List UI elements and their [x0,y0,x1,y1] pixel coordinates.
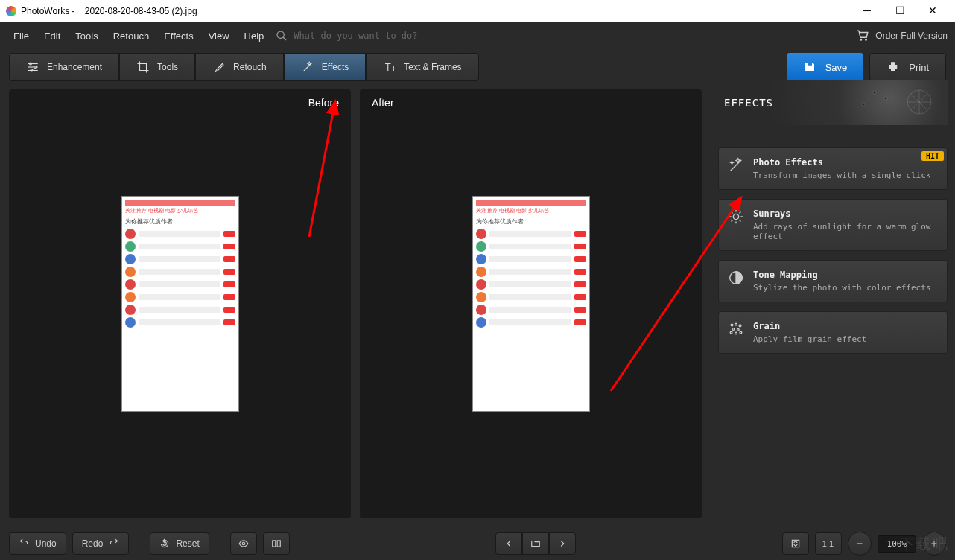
actual-size-button[interactable]: 1:1 [815,532,842,555]
undo-button[interactable]: Undo [9,532,66,555]
fit-icon [790,538,801,549]
app-title: PhotoWorks - _2020-08-20-08-43-05 (2).jp… [21,6,197,16]
after-label: After [372,97,394,109]
svg-point-27 [733,214,738,219]
chevron-right-icon [557,538,568,549]
tab-text-frames[interactable]: Text & Frames [366,53,478,81]
svg-point-0 [277,31,284,38]
undo-icon [19,538,29,549]
zoom-level[interactable]: 100% [878,535,917,553]
sliders-icon [26,60,39,74]
search-icon [276,30,288,42]
svg-point-41 [737,329,739,331]
menubar: File Edit Tools Retouch Effects View Hel… [0,22,955,49]
menu-help[interactable]: Help [238,28,270,45]
svg-rect-48 [272,541,275,547]
contrast-icon [728,270,744,286]
reset-button[interactable]: Reset [150,532,209,555]
before-pane[interactable]: Before 关注 推荐 电视剧 电影 少儿综艺 为你推荐优质作者 [9,89,351,518]
search-input[interactable]: What do you want to do? [294,31,417,41]
menu-edit[interactable]: Edit [38,28,66,45]
browse-group [495,532,576,555]
redo-icon [109,538,119,549]
svg-rect-11 [891,69,895,72]
order-full-version-button[interactable]: Order Full Version [856,29,948,42]
menu-file[interactable]: File [7,28,35,45]
menu-retouch[interactable]: Retouch [107,28,155,45]
svg-line-32 [732,212,733,214]
bottom-bar: Undo Redo Reset 1:1 100% [0,527,955,560]
zoom-in-button[interactable] [922,532,946,556]
brush-icon [212,60,226,74]
redo-button[interactable]: Redo [72,532,130,555]
svg-line-19 [911,94,919,102]
zoom-out-button[interactable] [848,532,872,556]
plus-icon [929,538,939,549]
close-button[interactable]: ✕ [916,0,949,22]
fit-button[interactable] [782,532,809,555]
minimize-button[interactable]: ─ [851,0,883,22]
svg-point-39 [739,325,741,327]
print-button[interactable]: Print [869,53,946,81]
svg-line-1 [283,37,286,40]
save-button[interactable]: Save [787,53,864,81]
dandelion-decoration-icon [837,83,942,121]
print-icon [886,60,900,74]
tab-tools[interactable]: Tools [119,53,195,81]
chevron-left-icon [504,538,514,549]
svg-line-20 [919,102,927,110]
after-image: 关注 推荐 电视剧 电影 少儿综艺 为你推荐优质作者 [472,196,590,412]
sun-icon [728,209,744,225]
eye-icon [238,538,249,549]
menu-tools[interactable]: Tools [69,28,104,45]
before-image: 关注 推荐 电视剧 电影 少儿综艺 为你推荐优质作者 [121,196,239,412]
svg-point-37 [731,324,733,326]
svg-point-47 [242,542,245,545]
svg-line-33 [740,220,741,222]
before-label: Before [308,97,339,109]
svg-point-42 [730,331,732,334]
tab-enhancement[interactable]: Enhancement [9,53,119,81]
split-icon [271,538,282,549]
tab-retouch[interactable]: Retouch [195,53,284,81]
app-logo-icon [6,6,16,16]
svg-point-43 [735,332,737,334]
reset-icon [159,538,170,549]
effect-card-grain[interactable]: Grain Apply film grain effect [718,311,948,354]
svg-rect-49 [277,541,280,547]
crop-icon [136,60,150,74]
canvas-area: Before 关注 推荐 电视剧 电影 少儿综艺 为你推荐优质作者 After [0,80,711,527]
after-pane[interactable]: After 关注 推荐 电视剧 电影 少儿综艺 为你推荐优质作者 [360,89,702,518]
menu-view[interactable]: View [203,28,235,45]
folder-icon [530,538,541,549]
svg-point-44 [740,331,742,334]
tab-row: Enhancement Tools Retouch Effects Text &… [0,49,955,80]
svg-line-35 [740,212,741,214]
compare-button[interactable] [263,532,290,555]
prev-button[interactable] [495,532,522,555]
svg-point-38 [735,323,737,325]
effect-card-tone-mapping[interactable]: Tone Mapping Stylize the photo with colo… [718,260,948,302]
effect-card-photo-effects[interactable]: Photo Effects Transform images with a si… [718,147,948,190]
wand-icon [728,157,744,174]
svg-line-34 [732,220,733,222]
svg-line-21 [911,102,919,110]
svg-point-23 [873,91,876,94]
hit-badge: HIT [921,151,944,161]
tab-effects[interactable]: Effects [284,53,366,81]
text-icon [383,60,396,74]
effects-sidebar: EFFECTS Photo Effects Transform images w… [711,80,955,527]
menu-effects[interactable]: Effects [158,28,200,45]
wand-icon [301,60,314,74]
cart-icon [856,29,869,42]
next-button[interactable] [549,532,576,555]
svg-point-25 [884,97,887,100]
titlebar: PhotoWorks - _2020-08-20-08-43-05 (2).jp… [0,0,955,22]
maximize-button[interactable]: ☐ [883,0,916,22]
minus-icon [854,538,865,549]
svg-point-40 [732,328,735,331]
save-icon [803,60,816,74]
effect-card-sunrays[interactable]: Sunrays Add rays of sunlight for a warm … [718,199,948,251]
preview-button[interactable] [230,532,257,555]
browse-button[interactable] [522,532,549,555]
